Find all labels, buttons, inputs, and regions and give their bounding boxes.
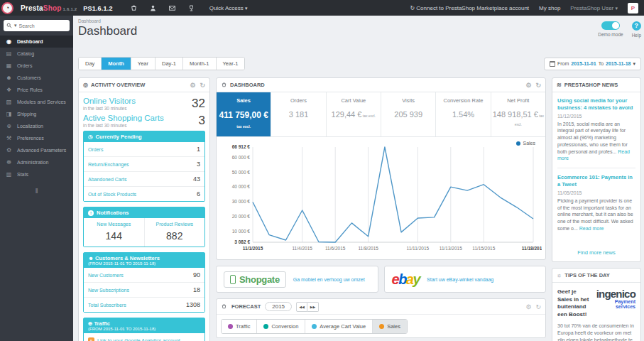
sidebar-item-customers[interactable]: ☻Customers <box>0 72 73 84</box>
kpi-tab-conversion-rate[interactable]: Conversion Rate1.54% <box>436 92 491 136</box>
tips-of-the-day-panel: ☼ TIPS OF THE DAY ingenico Payment servi… <box>552 268 641 341</box>
kpi-tab-orders[interactable]: Orders3 181 <box>271 92 326 136</box>
filter-button-month[interactable]: Month <box>102 58 131 70</box>
active-carts-value: 3 <box>199 114 205 128</box>
preferences-icon: ⚒ <box>6 135 12 141</box>
shopgate-link[interactable]: Ga mobiel en verhoog uw omzet <box>293 277 365 282</box>
filter-button-year[interactable]: Year <box>131 58 155 70</box>
ebay-banner[interactable]: ebay Start uw eBay-winkel vandaag <box>384 266 547 293</box>
gear-icon[interactable]: ⚙ <box>525 303 531 310</box>
sidebar-item-preferences[interactable]: ⚒Preferences <box>0 132 73 144</box>
filter-button-month-1[interactable]: Month-1 <box>183 58 217 70</box>
table-row[interactable]: New Customers90 <box>84 268 204 283</box>
refresh-icon[interactable]: ↻ <box>535 303 541 310</box>
sidebar-item-advanced-parameters[interactable]: ⚙Advanced Parameters <box>0 144 73 156</box>
kpi-tab-cart-value[interactable]: Cart Value129,44 € tax excl. <box>327 92 381 136</box>
row-label: Return/Exchanges <box>88 162 129 167</box>
article-title-link[interactable]: Using social media for your business: 4 … <box>557 97 635 112</box>
shopgate-banner[interactable]: Shopgate Ga mobiel en verhoog uw omzet <box>216 266 378 293</box>
sidebar-search[interactable]: ▾ <box>4 20 70 31</box>
marketplace-link[interactable]: ↻ Connect to PrestaShop Marketplace acco… <box>410 5 529 11</box>
active-carts-stat[interactable]: Active Shopping Carts in the last 30 min… <box>83 114 205 128</box>
find-more-news-link[interactable]: Find more news <box>552 247 640 261</box>
sidebar-item-modules-and-services[interactable]: ▧Modules and Services <box>0 96 73 108</box>
filter-button-day-1[interactable]: Day-1 <box>155 58 183 70</box>
table-row[interactable]: Total Subscribers1308 <box>84 298 204 312</box>
calendar-icon <box>550 61 555 67</box>
shopgate-logo: Shopgate <box>224 271 286 288</box>
search-input[interactable] <box>19 23 59 28</box>
sidebar-item-price-rules[interactable]: ❖Price Rules <box>0 84 73 96</box>
read-more-link[interactable]: Read more <box>579 226 604 231</box>
quick-access-dropdown[interactable]: Quick Access ▾ <box>209 5 248 11</box>
kpi-value: 129,44 € tax excl. <box>328 110 379 119</box>
table-row[interactable]: Out of Stock Products6 <box>84 187 204 201</box>
refresh-icon[interactable]: ↻ <box>200 82 205 89</box>
demo-mode-toggle[interactable] <box>601 21 620 30</box>
forecast-chip-sales[interactable]: Sales <box>373 320 407 333</box>
prev-year-button[interactable]: ◀◀ <box>296 302 307 312</box>
notification-label: Product Reviews <box>146 222 204 227</box>
traffic-section: ⊕ Traffic (FROM 2015-11-01 TO 2015-11-18… <box>83 318 205 341</box>
refresh-icon[interactable]: ↻ <box>535 82 541 89</box>
cart-icon[interactable] <box>130 4 138 12</box>
filter-button-day[interactable]: Day <box>79 58 102 70</box>
chevron-down-icon[interactable]: ▾ <box>14 23 17 28</box>
ebay-link[interactable]: Start uw eBay-winkel vandaag <box>427 277 493 282</box>
forecast-chip-average-cart-value[interactable]: Average Cart Value <box>305 320 373 333</box>
online-visitors-stat[interactable]: Online Visitors in the last 30 minutes 3… <box>83 97 205 111</box>
table-row[interactable]: New Subscriptions18 <box>84 283 204 298</box>
forecast-chip-traffic[interactable]: Traffic <box>222 320 257 333</box>
svg-text:40 000 €: 40 000 € <box>232 184 251 189</box>
notification-col[interactable]: Product Reviews882 <box>145 218 205 247</box>
date-range-picker[interactable]: From 2015-11-01 To 2015-11-18 ▾ <box>544 58 641 70</box>
gear-icon[interactable]: ⚙ <box>190 82 195 89</box>
sidebar-item-label: Customers <box>17 75 41 80</box>
table-row[interactable]: Return/Exchanges3 <box>84 157 204 172</box>
kpi-tab-net-profit[interactable]: Net Profit148 918,51 € tax excl. <box>491 92 545 136</box>
row-value: 6 <box>197 190 200 197</box>
sales-chart: Sales 66 912 €60 000 €50 000 €40 000 €30… <box>217 137 545 259</box>
chart-legend: Sales <box>516 141 535 146</box>
clock-icon: ◷ <box>88 134 93 140</box>
search-icon <box>6 23 12 28</box>
administration-icon: ☸ <box>6 159 12 166</box>
sidebar-item-stats[interactable]: ▥Stats <box>0 168 73 180</box>
filter-button-year-1[interactable]: Year-1 <box>217 58 245 70</box>
kpi-suffix: tax excl. <box>361 114 376 118</box>
kpi-label: Visits <box>383 97 434 104</box>
sidebar-item-administration[interactable]: ☸Administration <box>0 156 73 168</box>
forecast-legend: TrafficConversionAverage Cart ValueSales <box>221 319 408 334</box>
trophy-icon[interactable] <box>187 4 195 12</box>
menu-collapse-button[interactable]: ‖ <box>0 188 73 195</box>
sidebar-item-catalog[interactable]: ▤Catalog <box>0 48 73 60</box>
sidebar-item-orders[interactable]: ▦Orders <box>0 60 73 72</box>
sidebar-item-dashboard[interactable]: ◉Dashboard <box>0 36 73 48</box>
forecast-chip-conversion[interactable]: Conversion <box>257 320 305 333</box>
google-analytics-link[interactable]: Link to your Google Analytics account <box>97 338 180 341</box>
article-date: 11/12/2015 <box>557 114 635 119</box>
kpi-tab-visits[interactable]: Visits205 939 <box>381 92 436 136</box>
svg-text:30 000 €: 30 000 € <box>232 199 251 204</box>
kpi-value: 1.54% <box>437 110 489 119</box>
my-shop-link[interactable]: My shop <box>539 5 560 11</box>
sidebar-item-shipping[interactable]: ◨Shipping <box>0 108 73 120</box>
kpi-tab-sales[interactable]: Sales411 759,00 € tax excl. <box>217 92 271 136</box>
user-menu[interactable]: PrestaShop User ▾ <box>570 5 618 11</box>
mail-icon[interactable] <box>168 4 176 12</box>
help-icon[interactable]: ? <box>632 21 641 31</box>
user-icon[interactable] <box>149 4 157 12</box>
user-avatar[interactable]: P <box>628 3 638 13</box>
table-row[interactable]: Abandoned Carts43 <box>84 172 204 187</box>
article-title-link[interactable]: Ecommerce 101: Payments in a Tweet <box>557 174 635 188</box>
dashboard-panel: DASHBOARD ⚙↻ Sales411 759,00 € tax excl.… <box>216 77 546 260</box>
table-row[interactable]: Orders1 <box>84 142 204 157</box>
date-to: 2015-11-18 <box>606 61 631 66</box>
gear-icon[interactable]: ⚙ <box>525 82 531 89</box>
legend-dot-icon <box>516 141 520 146</box>
read-more-link[interactable]: Read more <box>557 149 630 161</box>
notification-col[interactable]: New Messages144 <box>84 218 145 247</box>
date-filter-buttons: DayMonthYearDay-1Month-1Year-1 <box>78 57 245 70</box>
next-year-button[interactable]: ▶▶ <box>307 302 319 312</box>
sidebar-item-localization[interactable]: ⊕Localization <box>0 120 73 132</box>
